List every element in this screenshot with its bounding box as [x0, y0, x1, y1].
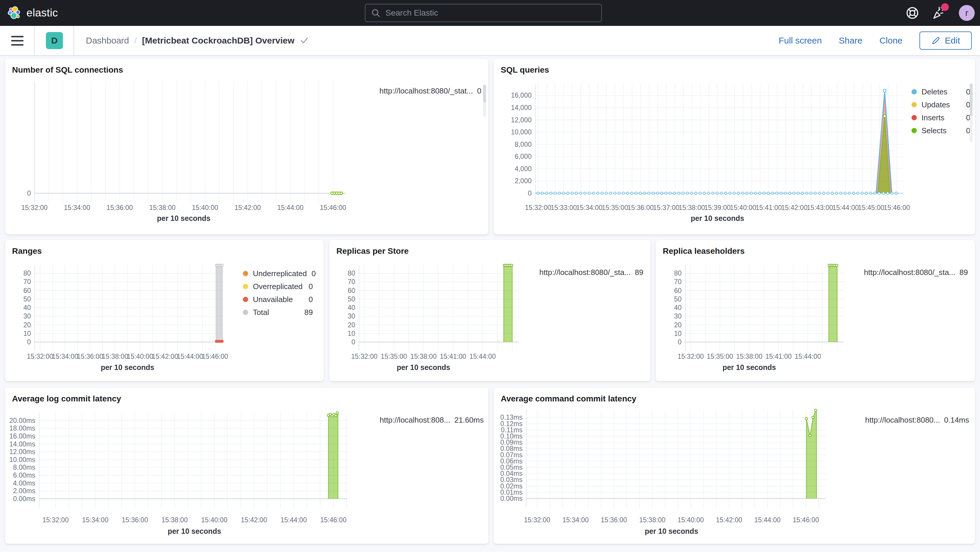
y-axis-tick: 6.00ms	[2, 471, 35, 479]
elastic-logo-icon	[7, 6, 21, 20]
legend-item[interactable]: Inserts0	[912, 111, 970, 124]
clone-button[interactable]: Clone	[880, 36, 902, 46]
x-axis-tick: 15:40:00	[192, 516, 236, 524]
legend-item[interactable]: http://localhost:8080...0.14ms	[865, 415, 969, 425]
legend-series-value: 0	[477, 86, 481, 95]
legend-series-label: Underreplicated	[253, 269, 307, 278]
legend-series-label: Updates	[921, 100, 950, 110]
x-axis-tick: 15:46:00	[784, 516, 828, 524]
chart-number-of-sql-connections[interactable]	[34, 81, 346, 205]
chart-replicas-per-store[interactable]	[359, 265, 519, 355]
y-axis-tick: 0.13ms	[490, 413, 522, 422]
divider	[73, 26, 74, 55]
y-axis-tick: 0.12ms	[490, 420, 522, 428]
x-axis-tick: 15:32:00	[33, 516, 78, 524]
chart-ranges[interactable]	[34, 265, 223, 355]
x-axis-label: per 10 seconds	[397, 363, 450, 372]
legend-series-dot	[912, 102, 917, 107]
panel-sql-queries: SQL queries Deletes0Updates0Inserts0Sele…	[494, 59, 975, 234]
panel-number-of-sql-connections: Number of SQL connections http://localho…	[5, 59, 488, 234]
x-axis-label: per 10 seconds	[722, 363, 776, 372]
legend-item[interactable]: http://localhost:8080/_sta...89	[539, 268, 643, 277]
chart-replica-leaseholders[interactable]	[685, 265, 844, 355]
chart-sql-queries[interactable]	[535, 84, 903, 205]
legend-item[interactable]: Unavailable0	[243, 293, 313, 306]
space-badge[interactable]: D	[46, 32, 63, 49]
x-axis-tick: 15:44:00	[745, 516, 789, 524]
legend-scrollbar-thumb[interactable]	[483, 85, 486, 103]
x-axis-tick: 15:34:00	[73, 516, 117, 524]
breadcrumb-separator: /	[134, 36, 137, 46]
elastic-logo-text: elastic	[27, 7, 58, 19]
legend-item[interactable]: Deletes0	[912, 85, 970, 98]
y-axis-tick: 2.00ms	[2, 487, 35, 495]
y-axis-tick: 0.01ms	[490, 488, 522, 496]
chart-average-command-commit-latency[interactable]	[526, 410, 826, 511]
y-axis-tick: 0.07ms	[490, 451, 522, 459]
panel-replicas-per-store: Replicas per Store http://localhost:8080…	[329, 240, 651, 381]
legend-series-value: 0	[309, 282, 313, 291]
panel-average-command-commit-latency: Average command commit latency http://lo…	[494, 388, 975, 544]
y-axis-tick: 0.05ms	[490, 463, 522, 471]
y-axis-tick: 0.00ms	[2, 495, 35, 503]
x-axis-label: per 10 seconds	[101, 363, 154, 372]
share-button[interactable]: Share	[839, 36, 862, 46]
page-title: [Metricbeat CockroachDB] Overview	[142, 36, 294, 46]
legend-series-label: http://localhost:8080/_sta...	[539, 268, 631, 277]
legend-scrollbar[interactable]	[970, 84, 973, 142]
x-axis-label: per 10 seconds	[157, 214, 210, 223]
legend-item[interactable]: Total89	[243, 306, 313, 319]
legend-item[interactable]: Selects0	[912, 124, 970, 137]
legend-item[interactable]: http://localhost:8080/_sta...89	[864, 268, 968, 277]
panel-title: Ranges	[5, 240, 324, 262]
legend-item[interactable]: Underreplicated0	[243, 267, 313, 280]
legend-item[interactable]: http://localhost:8080/_stat...0	[380, 86, 481, 95]
help-icon[interactable]	[905, 6, 920, 20]
y-axis-tick: 10,000	[499, 128, 531, 136]
legend: http://localhost:8080...0.14ms	[865, 415, 969, 425]
pencil-icon	[931, 36, 940, 45]
chart-average-log-commit-latency[interactable]	[39, 413, 348, 511]
legend-series-label: http://localhost:8080/_stat...	[380, 86, 473, 95]
y-axis-tick: 14,000	[499, 103, 531, 112]
panel-average-log-commit-latency: Average log commit latency http://localh…	[5, 388, 488, 544]
breadcrumb-dashboard-link[interactable]: Dashboard	[86, 36, 129, 46]
y-axis-tick: 4.00ms	[2, 479, 35, 487]
legend-series-value: 89	[635, 268, 643, 277]
legend-series-label: http://localhost:808...	[380, 415, 450, 424]
y-axis-tick: 14.00ms	[2, 440, 35, 448]
legend-series-label: http://localhost:8080...	[865, 415, 940, 424]
legend-series-dot	[912, 128, 917, 133]
legend-series-label: Total	[253, 308, 269, 317]
global-search-input[interactable]: Search Elastic	[365, 4, 602, 22]
avatar-initial: r	[965, 8, 968, 18]
x-axis-tick: 15:38:00	[630, 516, 674, 524]
y-axis-tick: 4,000	[499, 165, 531, 173]
legend-series-dot	[243, 271, 248, 276]
search-placeholder: Search Elastic	[385, 8, 438, 17]
legend-item[interactable]: Overreplicated0	[243, 280, 313, 293]
y-axis-tick: 16,000	[499, 91, 531, 99]
menu-button[interactable]	[11, 36, 24, 46]
legend: http://localhost:808...21.60ms	[380, 415, 484, 425]
y-axis-tick: 0.00ms	[490, 494, 522, 503]
y-axis-tick: 0.02ms	[490, 482, 522, 490]
legend-scrollbar-thumb[interactable]	[970, 84, 973, 116]
legend-series-dot	[243, 284, 248, 289]
full-screen-button[interactable]: Full screen	[779, 36, 822, 46]
legend-scrollbar[interactable]	[483, 85, 486, 117]
legend-item[interactable]: http://localhost:808...21.60ms	[380, 415, 484, 425]
kibana-app: elastic Search Elastic	[0, 0, 980, 552]
legend-item[interactable]: Updates0	[912, 98, 970, 111]
elastic-logo[interactable]: elastic	[0, 6, 58, 20]
x-axis-tick: 15:36:00	[113, 516, 157, 524]
dashboard-title-caret-icon[interactable]	[300, 37, 309, 45]
user-avatar[interactable]: r	[959, 5, 975, 21]
x-axis-tick: 15:42:00	[232, 516, 276, 524]
newsfeed-button[interactable]	[932, 6, 947, 20]
x-axis-label: per 10 seconds	[168, 527, 221, 536]
legend-series-dot	[912, 89, 917, 94]
x-axis-label: per 10 seconds	[690, 214, 744, 223]
edit-button[interactable]: Edit	[920, 32, 972, 50]
divider	[34, 26, 35, 55]
